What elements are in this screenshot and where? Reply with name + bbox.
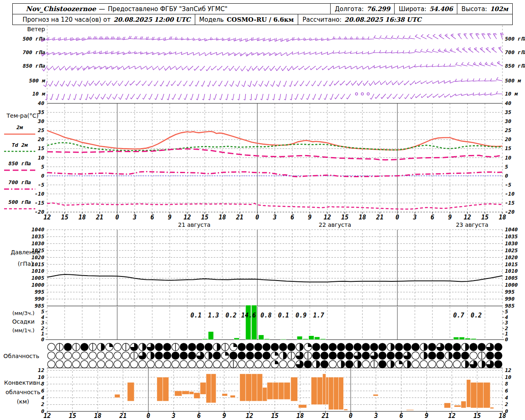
convective-cloud-bar — [333, 377, 338, 410]
wind-barb-icon — [298, 52, 304, 55]
cloud-cover-icon — [97, 361, 105, 368]
wind-barb-icon — [376, 94, 380, 98]
precip-title: Осадки — [12, 318, 35, 325]
wind-barb-icon — [315, 39, 322, 41]
wind-barb-icon — [156, 94, 158, 100]
wind-barb-icon — [48, 66, 53, 70]
wind-barb-icon — [456, 94, 461, 96]
wind-barb-icon — [438, 51, 444, 52]
wind-barb-icon — [100, 66, 105, 69]
wind-barb-icon — [63, 94, 64, 100]
pressure-ytick-left: 1010 — [32, 268, 44, 274]
wind-barb-icon — [325, 94, 327, 100]
bottom-time-tick-label: 3 — [171, 412, 176, 420]
wind-barb-icon — [444, 81, 450, 83]
pressure-ytick-right: 995 — [505, 289, 515, 295]
wind-barb-icon — [299, 66, 304, 70]
wind-barb-icon — [363, 66, 368, 69]
pressure-ytick-left: 1000 — [32, 282, 44, 288]
convective-cloud-bar — [182, 391, 189, 394]
wind-barb-icon — [420, 51, 427, 52]
wind-barb-icon — [444, 51, 450, 52]
temp-ytick-left: -10 — [35, 191, 45, 197]
wind-barb-icon — [178, 81, 182, 86]
wind-barb-icon — [416, 94, 421, 98]
meteogram-page: Nov_Chistoozernoe — Предоставлено ФГБУ "… — [0, 0, 525, 420]
bottom-time-tick-label: 3 — [374, 412, 378, 420]
wind-barb-icon — [287, 39, 292, 42]
wind-barb-icon — [255, 81, 258, 86]
wind-barb-icon — [211, 52, 217, 55]
wind-barb-icon — [240, 39, 246, 41]
cloud-cover-part-icon — [217, 343, 221, 351]
wind-barb-icon — [374, 66, 380, 68]
wind-barb-icon — [215, 94, 217, 100]
cloud-cover-full-icon — [428, 343, 436, 351]
cloud-cover-full-icon — [254, 352, 262, 359]
cloud-cover-icon — [122, 361, 130, 368]
cloud-cover-full-icon — [238, 343, 245, 351]
wind-barb-icon — [224, 66, 228, 71]
cloud-cover-icon — [64, 361, 71, 368]
wind-barb-icon — [301, 94, 304, 100]
cloud-cover-full-icon — [313, 343, 320, 351]
wind-barb-icon — [71, 52, 76, 55]
wind-barb-icon — [208, 81, 210, 87]
bottom-time-tick-label: 15 — [473, 412, 481, 420]
wind-barb-icon — [263, 39, 269, 41]
wind-barb-icon — [187, 39, 193, 40]
wind-barb-icon — [219, 81, 222, 86]
wind-barb-icon — [333, 52, 339, 53]
bottom-time-tick-label: 12 — [43, 412, 51, 420]
legend-label: 700 гПа — [9, 179, 31, 185]
cloud-cover-full-icon — [321, 361, 328, 368]
wind-barb-icon — [269, 39, 275, 41]
convective-cloud-bar — [194, 393, 200, 398]
wind-barb-icon — [260, 81, 263, 87]
time-tick-label: 3 — [272, 214, 276, 221]
cloud-cover-full-icon — [345, 361, 353, 368]
bottom-time-tick-label: 9 — [425, 412, 428, 420]
cloud-cover-icon — [180, 361, 187, 368]
wind-barb-icon — [189, 66, 193, 70]
cloud-cover-full-icon — [271, 343, 278, 351]
convective-cloud-bar — [454, 405, 461, 407]
precip-bar — [315, 337, 320, 340]
wind-barb-icon — [53, 39, 59, 40]
wind-barb-icon — [411, 94, 415, 99]
wind-barb-icon — [147, 66, 152, 70]
wind-barb-icon — [184, 81, 187, 86]
time-tick-label: 15 — [341, 214, 349, 221]
cloud-cover-icon — [56, 361, 63, 368]
pressure-ytick-right: 1035 — [505, 233, 518, 240]
wind-barb-icon — [168, 94, 170, 100]
pressure-ytick-left: 1005 — [32, 275, 44, 281]
wind-barb-icon — [362, 52, 368, 54]
convective-cloud-bar — [251, 374, 257, 401]
time-tick-label: 12 — [184, 214, 191, 221]
wind-barb-icon — [485, 94, 491, 95]
time-tick-label: 12 — [324, 214, 331, 221]
cloud-cover-full-icon — [337, 343, 345, 351]
wind-barb-icon — [397, 38, 403, 39]
wind-barb-icon — [197, 94, 199, 100]
convective-cloud-bar — [317, 377, 322, 405]
convective-cloud-bar — [257, 374, 262, 401]
cloud-cover-icon — [89, 361, 96, 368]
convective-panel: 121210108866442200Конвективн.облачность(… — [4, 367, 511, 414]
wind-barb-icon — [362, 39, 368, 39]
wind-barb-icon — [183, 66, 187, 70]
cloud-cover-icon — [114, 352, 121, 359]
wind-barb-icon — [181, 39, 187, 40]
wind-barb-icon — [479, 81, 485, 81]
cloud-cover-icon — [196, 361, 204, 368]
precip-bar — [459, 337, 465, 340]
wind-level-label-right: 10 м — [505, 91, 518, 97]
precip-title-1h: (мм/1ч.) — [12, 327, 34, 333]
wind-barb-icon — [371, 94, 374, 99]
precip-value-label: 0.7 — [453, 312, 464, 319]
wind-barb-icon — [432, 66, 438, 67]
wind-barb-icon — [388, 94, 391, 99]
wind-level-label-right: 850 гПа — [505, 63, 525, 69]
wind-barb-icon — [126, 94, 129, 100]
